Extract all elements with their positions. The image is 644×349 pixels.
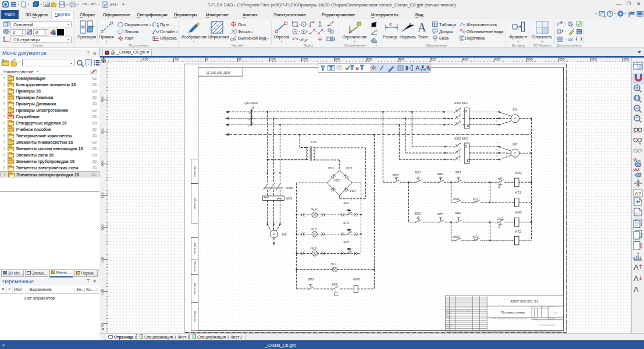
svg-text:ТV1: ТV1 <box>311 140 317 144</box>
svg-text:КМ2: КМ2 <box>515 211 522 214</box>
svg-text:КМ1: КМ1 <box>453 197 460 201</box>
svg-text:SQ2: SQ2 <box>414 212 421 215</box>
svg-text:КК: КК <box>498 177 502 180</box>
svg-text:A: A <box>415 65 420 72</box>
svg-text:BM: BM <box>110 2 116 6</box>
svg-text:Лист: Лист <box>532 318 538 320</box>
svg-text:Лит: Лит <box>532 305 536 308</box>
svg-text:КМ1 КК1: КМ1 КК1 <box>454 101 468 105</box>
svg-text:М2: М2 <box>513 143 518 146</box>
svg-text:SВ5: SВ5 <box>437 212 444 216</box>
svg-text:Топ Системы: Топ Системы <box>538 323 555 326</box>
svg-text:АБВГ.000.001 Э1: АБВГ.000.001 Э1 <box>510 299 539 303</box>
svg-text:A: A <box>634 274 639 283</box>
svg-text:SВ2: SВ2 <box>455 211 462 215</box>
svg-text:3~: 3~ <box>514 120 516 122</box>
svg-text:КМ3: КМ3 <box>353 277 360 281</box>
svg-text:1?: 1? <box>635 211 640 215</box>
svg-text:SВ6: SВ6 <box>392 173 399 177</box>
svg-text:М3: М3 <box>282 233 287 236</box>
svg-text:Инв № подл: Инв № подл <box>194 311 196 322</box>
svg-text:5: 5 <box>422 65 424 68</box>
svg-text:Инв № подл: Инв № подл <box>194 198 196 209</box>
svg-text:С2: С2 <box>275 222 277 224</box>
svg-text:SQ1: SQ1 <box>414 170 421 174</box>
svg-text:Т.контр.: Т.контр. <box>446 316 453 318</box>
svg-text:КТ2: КТ2 <box>515 230 522 233</box>
svg-text:VD3: VD3 <box>346 166 353 170</box>
svg-text:С3: С3 <box>496 120 498 123</box>
svg-text:1:1: 1:1 <box>554 312 557 315</box>
svg-text:VD2: VD2 <box>334 179 340 182</box>
svg-text:1Е 100.000 ЈБ9У: 1Е 100.000 ЈБ9У <box>206 71 231 74</box>
svg-text:КТ2: КТ2 <box>473 235 479 238</box>
svg-text:A?: A? <box>635 190 641 196</box>
svg-text:Инв № подл: Инв № подл <box>194 283 196 294</box>
svg-text:A: A <box>634 285 639 294</box>
svg-text:КМ2: КМ2 <box>453 235 460 238</box>
svg-text:SР1: SР1 <box>343 201 349 205</box>
svg-text:HL1: HL1 <box>331 262 337 266</box>
svg-text:Инв № подл: Инв № подл <box>194 243 196 254</box>
svg-text:SВ1: SВ1 <box>455 170 461 174</box>
svg-text:М: М <box>514 117 516 120</box>
svg-text:5: 5 <box>389 23 392 27</box>
svg-text:М: М <box>273 233 275 236</box>
svg-text:HL4: HL4 <box>311 208 316 211</box>
svg-text:3~: 3~ <box>514 155 516 157</box>
svg-text:А: А <box>234 38 236 41</box>
svg-text:SВ4: SВ4 <box>437 172 443 176</box>
svg-text:КТ1: КТ1 <box>473 197 479 201</box>
svg-text:Масштаб: Масштаб <box>549 305 557 308</box>
svg-text:С2: С2 <box>496 115 498 117</box>
svg-text:A: A <box>634 263 639 272</box>
svg-text:С1: С1 <box>496 143 498 145</box>
svg-text:SВ3: SВ3 <box>308 277 315 281</box>
svg-text:М1: М1 <box>513 108 517 111</box>
svg-text:Утв.: Утв. <box>446 326 450 329</box>
svg-text:Пример схемы: Пример схемы <box>501 311 525 314</box>
svg-text:М: М <box>514 151 516 154</box>
svg-text:С1: С1 <box>269 222 271 224</box>
svg-text:Инв № подл: Инв № подл <box>194 166 196 176</box>
svg-text:3~: 3~ <box>272 236 275 238</box>
svg-text:С3: С3 <box>496 155 498 158</box>
svg-text:С3: С3 <box>282 222 284 224</box>
svg-text:КТ1: КТ1 <box>515 191 521 194</box>
svg-text:HL6: HL6 <box>311 247 317 250</box>
svg-text:КК3: КК3 <box>332 283 338 286</box>
svg-text:КК3: КК3 <box>286 197 293 200</box>
svg-text:КМ2 КК2: КМ2 КК2 <box>454 137 468 140</box>
svg-text:С2: С2 <box>496 149 498 151</box>
svg-text:SР2: SР2 <box>343 221 349 225</box>
svg-text:?: ? <box>609 11 611 16</box>
svg-text:Листов 1: Листов 1 <box>548 318 557 320</box>
svg-text:VD1: VD1 <box>328 166 335 170</box>
svg-text:VD4: VD4 <box>350 189 356 193</box>
svg-text:КК2: КК2 <box>497 217 504 220</box>
svg-text:КМ1: КМ1 <box>515 171 522 174</box>
svg-text:HL5: HL5 <box>311 227 317 231</box>
svg-text:С1: С1 <box>496 108 498 110</box>
svg-text:val: val <box>568 37 573 41</box>
svg-text:КМ3: КМ3 <box>286 186 293 190</box>
svg-text:Масса: Масса <box>542 305 547 308</box>
svg-text:Схема электрическая принципиал: Схема электрическая принципиальная <box>490 318 527 320</box>
svg-text:Инв № подл: Инв № подл <box>194 261 196 272</box>
svg-text:SР3: SР3 <box>343 240 350 244</box>
svg-text:QF1/63А: QF1/63А <box>244 101 258 105</box>
